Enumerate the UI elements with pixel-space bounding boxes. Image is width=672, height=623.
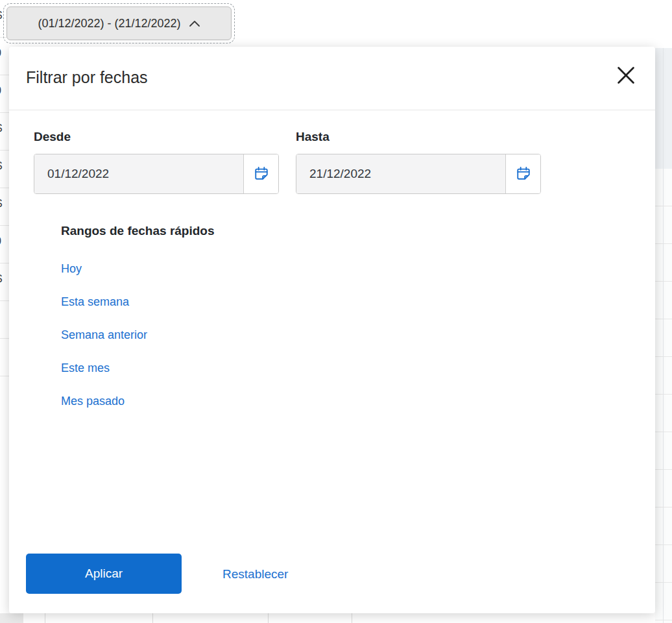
from-date-picker-button[interactable] [244, 154, 278, 193]
background-cell-fragment: 0 [0, 47, 1, 59]
background-cell-fragment: S [0, 160, 3, 172]
reset-link[interactable]: Restablecer [222, 567, 288, 581]
dialog-title: Filtrar por fechas [26, 68, 148, 87]
background-table-header-right [655, 48, 672, 169]
from-date-field [34, 154, 279, 194]
quick-range-link-today[interactable]: Hoy [61, 262, 82, 276]
calendar-icon [252, 164, 270, 184]
background-column-border [45, 613, 45, 623]
to-date-label: Hasta [296, 130, 330, 144]
chevron-up-icon [189, 20, 200, 27]
filter-by-dates-dialog: Filtrar por fechas Desde [9, 47, 655, 613]
to-date-input[interactable] [296, 154, 506, 193]
calendar-icon [514, 164, 533, 184]
from-date-input[interactable] [34, 154, 244, 193]
background-cell-fragment: S [0, 198, 3, 210]
quick-range-link-last-week[interactable]: Semana anterior [61, 328, 147, 342]
background-cell-fragment: 0 [0, 236, 1, 247]
to-date-field [296, 154, 541, 194]
quick-range-link-last-month[interactable]: Mes pasado [61, 395, 125, 408]
title-divider [9, 110, 655, 110]
date-range-label: (01/12/2022) - (21/12/2022) [38, 17, 180, 31]
close-icon [614, 63, 638, 90]
date-range-dropdown-button[interactable]: (01/12/2022) - (21/12/2022) [6, 6, 232, 40]
quick-range-link-this-week[interactable]: Esta semana [61, 295, 129, 309]
background-table-rows-left: S 0 0 S S S 0 S [0, 0, 9, 412]
background-cell-fragment: 0 [0, 85, 1, 97]
quick-ranges-heading: Rangos de fechas rápidos [61, 224, 215, 238]
screen: IE OR S 0 0 S S S 0 S (01/12/2022) - (21… [0, 0, 672, 623]
quick-range-link-this-month[interactable]: Este mes [61, 361, 110, 375]
background-column-border [663, 48, 664, 623]
apply-button[interactable]: Aplicar [26, 554, 182, 594]
background-column-border [152, 613, 153, 623]
from-date-label: Desde [34, 130, 71, 144]
background-bottom-cell [0, 613, 23, 623]
background-column-border [352, 613, 352, 623]
background-cell-fragment: S [0, 10, 3, 21]
background-cell-fragment: S [0, 123, 3, 134]
to-date-picker-button[interactable] [506, 154, 540, 193]
background-cell-fragment: S [0, 273, 3, 285]
background-table-rows-right [655, 169, 672, 623]
close-button[interactable] [611, 61, 641, 91]
background-column-border [268, 613, 269, 623]
